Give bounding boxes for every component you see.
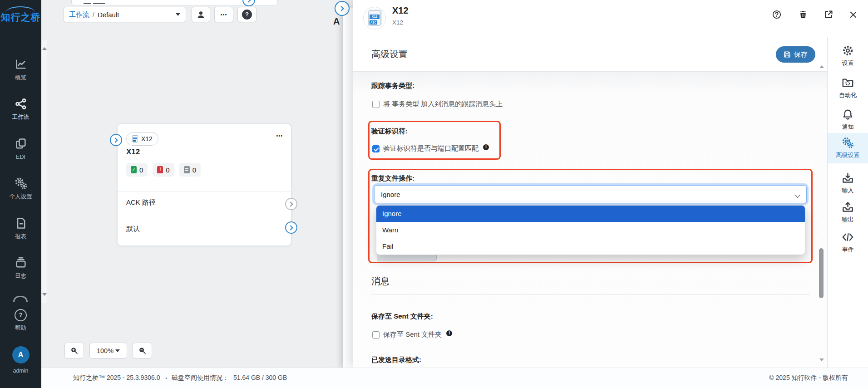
node-type-badge[interactable]: X12 <box>126 132 158 146</box>
ack-path-row[interactable]: ACK 路径 <box>126 198 156 207</box>
validate-identifier-checkbox[interactable] <box>372 145 380 152</box>
track-transaction-checkbox-label: 将 事务类型 加入到消息的跟踪消息头上 <box>383 100 503 108</box>
divider <box>371 294 810 295</box>
x12-badge: X12 <box>370 15 380 19</box>
chevron-right-icon <box>246 0 251 3</box>
unsent-count-chip[interactable]: 0 <box>179 163 201 177</box>
duplicate-action-label: 重复文件操作: <box>371 174 414 183</box>
tab-events[interactable]: 事件 <box>828 230 868 254</box>
close-panel-button[interactable] <box>848 10 858 20</box>
node-menu-button[interactable]: ••• <box>276 133 283 138</box>
section-title: 高级设置 <box>371 48 408 60</box>
help-icon: ? <box>15 309 27 321</box>
validate-identifier-row: 验证标识符是否与端口配置匹配 i <box>372 144 489 153</box>
track-transaction-row: 将 事务类型 加入到消息的跟踪消息头上 <box>372 100 503 108</box>
x12-asc-file-icon: X12 ASC <box>368 10 381 26</box>
success-doc-icon <box>131 166 137 173</box>
app-logo: 知行之桥 <box>0 11 41 24</box>
tab-notifications[interactable]: 通知 <box>828 107 868 131</box>
panel-body: 高级设置 保存 跟踪事务类型: 将 事务类型 加入到消息的跟踪消息头上 验证标识… <box>353 37 827 368</box>
tab-advanced-settings[interactable]: 高级设置 <box>828 133 868 163</box>
sidebar-item-personal-settings[interactable]: 个人设置 <box>0 177 41 201</box>
save-sent-checkbox[interactable] <box>372 331 380 339</box>
zoom-level-dropdown[interactable]: 100% <box>89 343 127 359</box>
chevron-down-icon <box>794 192 800 198</box>
default-route-row[interactable]: 默认 <box>126 225 140 233</box>
code-icon <box>842 231 854 243</box>
info-icon[interactable]: i <box>446 330 452 336</box>
node-input-button[interactable] <box>110 134 122 146</box>
breadcrumb-section[interactable]: 工作流 <box>69 10 89 19</box>
canvas-scrollbar[interactable] <box>41 40 47 303</box>
workflow-selector[interactable]: 工作流 / Default <box>63 7 186 22</box>
info-icon[interactable]: i <box>483 144 489 150</box>
tab-input[interactable]: 输入 <box>828 171 868 195</box>
unsent-doc-icon <box>184 166 190 173</box>
user-menu[interactable]: A admin <box>0 346 41 374</box>
partial-icon-fragment <box>13 296 28 302</box>
sidebar-item-reports[interactable]: 报表 <box>0 217 41 241</box>
chevron-right-icon <box>339 6 344 11</box>
zoom-out-button[interactable] <box>133 343 152 359</box>
settings-rail: 设置 自动化 通知 高级设置 输入 <box>827 37 868 368</box>
ellipsis-icon: ••• <box>221 12 227 17</box>
panel-help-button[interactable] <box>772 10 782 20</box>
canvas-help-button[interactable]: ? <box>237 7 256 22</box>
success-count-chip[interactable]: 0 <box>126 163 148 177</box>
panel-scrollbar-thumb[interactable] <box>819 248 824 298</box>
zoom-in-button[interactable] <box>64 343 84 359</box>
delete-port-button[interactable] <box>798 10 808 20</box>
zoom-in-icon <box>70 346 79 355</box>
sidebar-item-label: 报表 <box>15 233 26 240</box>
node-stats: 0 0 0 <box>126 163 201 177</box>
sidebar-item-workflows[interactable]: 工作流 <box>0 98 41 121</box>
user-access-button[interactable] <box>192 7 210 22</box>
tab-settings[interactable]: 设置 <box>828 43 868 67</box>
tab-output[interactable]: 输出 <box>828 200 868 224</box>
x12-node-card[interactable]: X12 ••• X12 0 0 0 ACK 路径 默认 <box>117 123 291 246</box>
error-count-chip[interactable]: 0 <box>153 163 174 177</box>
output-tray-icon <box>842 201 854 213</box>
sidebar-item-help[interactable]: ? 帮助 <box>0 309 41 332</box>
duplicate-action-listbox: Ignore Warn Fail <box>376 205 805 255</box>
validate-identifier-checkbox-label: 验证标识符是否与端口配置匹配 <box>383 144 478 153</box>
copyright: © 2025 知行软件 - 版权所有 <box>769 374 848 382</box>
duplicate-action-select[interactable]: Ignore <box>374 185 807 203</box>
panel-header: X12 ASC X12 X12 <box>353 0 868 37</box>
panel-title: X12 <box>392 5 409 16</box>
panel-scroll-down-icon[interactable] <box>819 359 824 361</box>
x12-file-icon <box>132 135 138 142</box>
tab-automation[interactable]: 自动化 <box>828 75 868 99</box>
save-button[interactable]: 保存 <box>776 46 815 63</box>
sidebar-item-edi[interactable]: EDI <box>0 138 41 161</box>
chevron-right-icon <box>288 225 293 230</box>
expand-circle-button[interactable] <box>242 0 255 6</box>
caret-down-icon <box>176 13 180 16</box>
more-actions-button[interactable]: ••• <box>214 7 233 22</box>
track-transaction-checkbox[interactable] <box>372 101 380 108</box>
sidebar-item-overview[interactable]: 概览 <box>0 58 41 82</box>
option-fail[interactable]: Fail <box>376 238 805 255</box>
default-route-expand-button[interactable] <box>285 221 297 234</box>
settings-content: 跟踪事务类型: 将 事务类型 加入到消息的跟踪消息头上 验证标识符: 验证标识符… <box>353 72 827 368</box>
report-icon <box>15 217 27 230</box>
scroll-down-icon[interactable] <box>42 293 47 296</box>
asc-badge: ASC <box>370 20 377 25</box>
unsent-count: 0 <box>192 166 196 174</box>
collapse-panel-button[interactable] <box>335 1 350 16</box>
scroll-up-icon[interactable] <box>42 47 47 50</box>
panel-scroll-up-icon[interactable] <box>819 65 824 68</box>
validate-identifier-label: 验证标识符: <box>371 127 408 136</box>
save-label: 保存 <box>794 50 808 59</box>
status-left: 知行之桥™ 2025 - 25.3.9306.0 • 磁盘空间使用情况： 51.… <box>73 374 290 382</box>
clipped-text-fragment <box>84 3 91 4</box>
sidebar-item-logs[interactable]: 日志 <box>0 256 41 280</box>
tab-label: 设置 <box>842 59 854 66</box>
option-ignore[interactable]: Ignore <box>376 206 805 222</box>
open-external-button[interactable] <box>824 10 833 20</box>
option-warn[interactable]: Warn <box>376 222 805 238</box>
logs-icon <box>15 256 27 269</box>
ack-path-expand-button[interactable] <box>285 198 297 210</box>
app-sidebar: 知行之桥 概览 工作流 EDI 个人设置 报表 日志 <box>0 0 41 388</box>
workflow-canvas[interactable]: 工作流 / Default ••• ? A X12 ••• X12 0 <box>41 0 353 368</box>
